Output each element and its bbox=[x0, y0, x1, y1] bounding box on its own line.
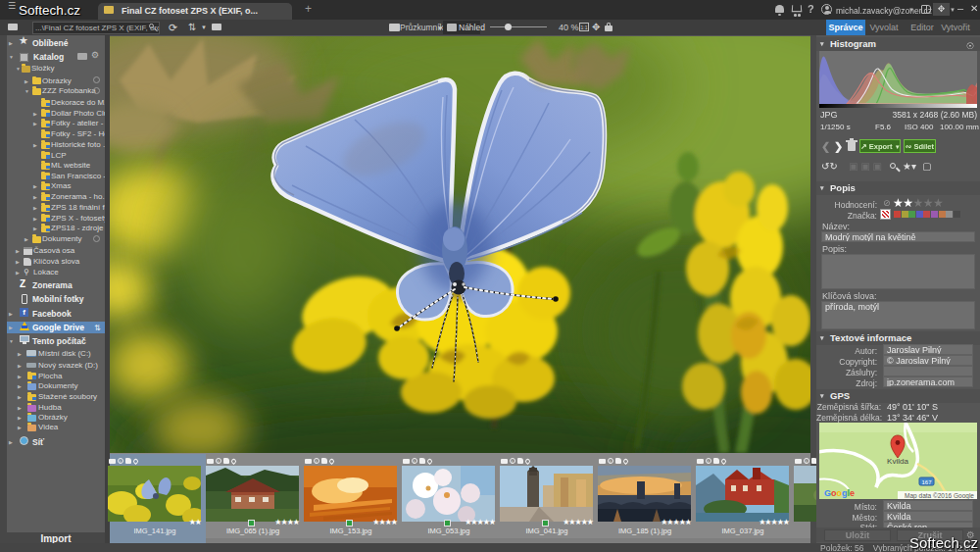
svg-text:167: 167 bbox=[921, 479, 932, 485]
svg-text:Google: Google bbox=[824, 488, 855, 498]
svg-text:Map data ©2016 Google: Map data ©2016 Google bbox=[905, 492, 974, 500]
svg-text:Kvilda: Kvilda bbox=[887, 457, 908, 466]
